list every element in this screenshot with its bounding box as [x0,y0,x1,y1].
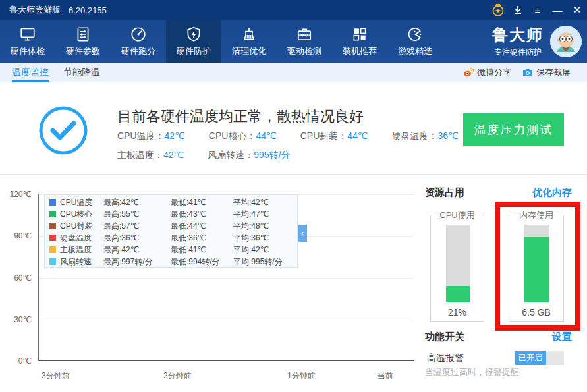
legend-row-fan-speed: 风扇转速 最高:997转/分 最低:994转/分 平均:995转/分 [45,256,297,267]
y-tick-120: 120℃ [0,190,32,199]
cpu-usage-value: 21% [431,307,484,318]
memory-usage-value: 6.5 GB [509,307,563,318]
weibo-icon [463,67,474,78]
brand-tagline: 专注硬件防护 [492,47,544,58]
sub-tab-bar: 温度监控 节能降温 微博分享 保存截屏 [0,63,587,82]
cpu-usage-gauge: CPU使用 21% [430,215,484,322]
temperature-chart-plot: CPU温度 最高:42℃ 最低:41℃ 平均:42℃ CPU核心 最高:55℃ … [38,194,414,361]
nav-item-hardware-check[interactable]: 硬件体检 [0,20,55,63]
save-screenshot-button[interactable]: 保存截屏 [522,63,571,82]
section-divider [0,174,587,175]
cpu-usage-fill [446,286,470,302]
y-tick-0: 0℃ [0,356,32,366]
nav-item-clean-optimize[interactable]: 清理优化 [221,20,277,63]
shield-bolt-icon [185,26,202,43]
menu-icon[interactable]: ≡ [528,0,547,20]
y-tick-90: 90℃ [0,231,32,240]
board-temp-value: 42℃ [163,150,184,160]
legend-row-cpu-temp: CPU温度 最高:42℃ 最低:41℃ 平均:42℃ [45,196,297,208]
brand-name: 鲁大师 [492,24,544,45]
optimize-memory-link[interactable]: 优化内存 [519,186,572,199]
monitor-icon [19,26,36,43]
download-icon[interactable] [508,0,528,20]
legend-collapse-button[interactable]: ‹ [298,225,307,242]
nav-item-hardware-protect[interactable]: 硬件防护 [166,20,221,63]
legend-row-cpu-core: CPU核心 最高:55℃ 最低:43℃ 平均:47℃ [45,208,297,220]
toolbox-icon [296,26,313,43]
memory-usage-gauge: 内存使用 6.5 GB [509,215,564,322]
stress-test-button[interactable]: 温度压力测试 [463,113,564,146]
chart-legend: CPU温度 最高:42℃ 最低:41℃ 平均:42℃ CPU核心 最高:55℃ … [44,194,298,268]
high-temp-alarm-toggle[interactable]: 已开启 [515,351,564,365]
toggle-state-label: 已开启 [515,351,546,365]
weibo-share-button[interactable]: 微博分享 [463,63,511,82]
app-version: 6.20.2155 [69,5,107,15]
memory-usage-fill [524,237,549,302]
nav-item-game-select[interactable]: 游戏精选 [387,20,443,63]
title-bar: 鲁大师尝鲜版 6.20.2155 ≡ — ✕ [0,0,587,20]
nav-item-benchmark[interactable]: 硬件跑分 [111,20,166,63]
minimize-icon[interactable]: — [547,0,567,20]
x-tick-1min: 1分钟前 [287,370,316,381]
close-icon[interactable]: ✕ [567,0,587,20]
legend-row-board-temp: 主板温度 最高:42℃ 最低:41℃ 平均:42℃ [45,244,297,256]
legend-row-cpu-package: CPU封装 最高:57℃ 最低:44℃ 平均:48℃ [45,220,297,232]
settings-link[interactable]: 设置 [532,331,572,343]
medal-icon[interactable] [488,0,508,20]
switches-heading: 功能开关 [425,331,464,343]
y-tick-60: 60℃ [0,273,32,283]
x-tick-3min: 3分钟前 [42,370,70,381]
cpu-core-value: 44℃ [256,130,276,141]
brand-area: 鲁大师 专注硬件防护 [492,20,582,63]
y-tick-30: 30℃ [0,315,32,324]
camera-icon [522,67,533,78]
nav-item-build-recommend[interactable]: 装机推荐 [332,20,387,63]
disk-temp-value: 36℃ [438,130,459,141]
high-temp-alarm-label: 高温报警 [427,352,464,364]
fan-speed-value: 995转/分 [254,150,290,160]
metrics-row-1: CPU温度：42℃ CPU核心：44℃ CPU封装：44℃ 硬盘温度：36℃ [117,130,482,142]
tab-temperature-monitor[interactable]: 温度监控 [12,63,49,82]
status-title: 目前各硬件温度均正常，散热情况良好 [117,107,364,126]
gauge-icon [130,26,147,43]
nav-item-hardware-params[interactable]: 硬件参数 [55,20,111,63]
resources-heading: 资源占用 [425,186,464,199]
tab-energy-saving[interactable]: 节能降温 [63,63,100,82]
metrics-row-2: 主板温度：42℃ 风扇转速：995转/分 [117,150,314,161]
broom-icon [240,26,258,43]
ok-check-icon [38,105,88,155]
spec-sheet-icon [74,26,92,43]
nav-item-driver-check[interactable]: 驱动检测 [277,20,332,63]
grid-blocks-icon [351,26,368,43]
cpu-temp-value: 42℃ [165,130,185,141]
high-temp-alarm-desc: 当温度过高时，报警提醒 [425,366,519,378]
avatar[interactable] [550,26,582,57]
app-title: 鲁大师尝鲜版 [9,4,61,16]
pacman-icon [406,26,424,43]
main-nav: 硬件体检 硬件参数 硬件跑分 硬件防护 清理优化 驱动检测 装机推荐 游戏精选 … [0,20,587,63]
legend-row-disk-temp: 硬盘温度 最高:36℃ 最低:36℃ 平均:36℃ [45,232,297,244]
x-tick-2min: 2分钟前 [163,370,192,381]
x-tick-now: 当前 [377,370,393,381]
cpu-package-value: 44℃ [347,130,368,141]
